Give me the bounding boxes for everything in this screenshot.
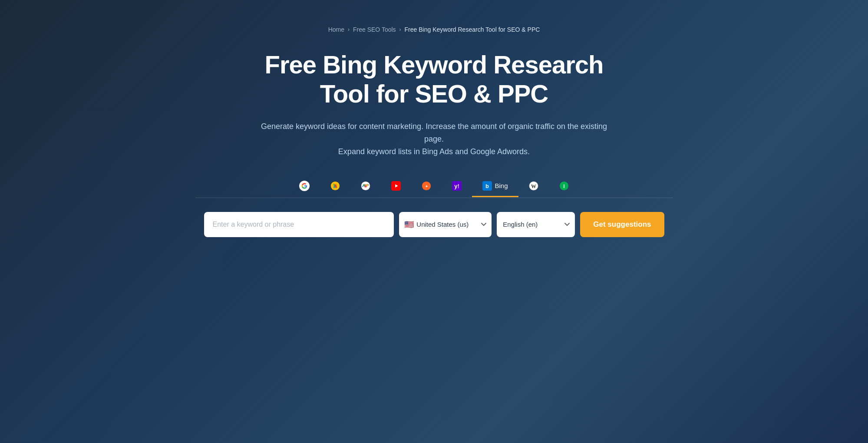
language-select[interactable]: English (en) Spanish (es) French (fr) Ge… <box>497 212 575 237</box>
page-title: Free Bing Keyword Research Tool for SEO … <box>239 50 630 108</box>
svg-text:i: i <box>563 183 564 189</box>
keyword-input[interactable] <box>204 212 394 237</box>
tab-semrush[interactable]: ✦ <box>411 176 442 197</box>
country-select-wrapper: 🇺🇸 United States (us) United Kingdom (uk… <box>399 212 492 237</box>
google-icon <box>299 181 310 191</box>
extra-icon: i <box>559 181 569 191</box>
get-suggestions-button[interactable]: Get suggestions <box>580 212 664 237</box>
tab-youtube[interactable] <box>381 176 411 197</box>
tab-google-trends[interactable] <box>350 176 381 197</box>
tab-bing[interactable]: b Bing <box>472 176 518 197</box>
tab-google-ads[interactable] <box>320 176 350 197</box>
svg-text:b: b <box>486 182 489 189</box>
tab-google[interactable] <box>289 175 320 198</box>
hero-description: Generate keyword ideas for content marke… <box>261 120 608 158</box>
tab-extra[interactable]: i <box>549 176 579 197</box>
hero-section: Free Bing Keyword Research Tool for SEO … <box>239 50 630 158</box>
tab-wikipedia[interactable]: W <box>518 176 549 197</box>
google-ads-icon <box>330 181 340 191</box>
tab-yahoo[interactable]: y! <box>442 176 472 197</box>
search-form: 🇺🇸 United States (us) United Kingdom (uk… <box>195 212 673 237</box>
wikipedia-icon: W <box>529 181 538 191</box>
youtube-icon <box>391 181 401 191</box>
breadcrumb-free-seo-tools[interactable]: Free SEO Tools <box>353 26 396 33</box>
breadcrumb-current: Free Bing Keyword Research Tool for SEO … <box>405 26 540 33</box>
country-select[interactable]: United States (us) United Kingdom (uk) C… <box>399 212 492 237</box>
language-select-wrapper: English (en) Spanish (es) French (fr) Ge… <box>497 212 575 237</box>
breadcrumb-home[interactable]: Home <box>328 26 344 33</box>
breadcrumb-sep-2: › <box>399 26 401 33</box>
svg-text:✦: ✦ <box>425 184 428 188</box>
yahoo-icon: y! <box>452 181 462 191</box>
svg-point-4 <box>363 184 366 186</box>
bing-icon: b <box>482 181 492 191</box>
tabs-row: ✦ y! b Bing <box>195 175 673 198</box>
tab-bing-label: Bing <box>495 182 508 189</box>
svg-point-3 <box>366 184 369 186</box>
google-trends-icon <box>361 181 370 191</box>
breadcrumb: Home › Free SEO Tools › Free Bing Keywor… <box>328 26 540 33</box>
breadcrumb-sep-1: › <box>348 26 350 33</box>
semrush-icon: ✦ <box>422 181 431 191</box>
tabs-container: ✦ y! b Bing <box>195 175 673 198</box>
svg-text:W: W <box>531 183 536 189</box>
svg-text:y!: y! <box>455 182 459 189</box>
